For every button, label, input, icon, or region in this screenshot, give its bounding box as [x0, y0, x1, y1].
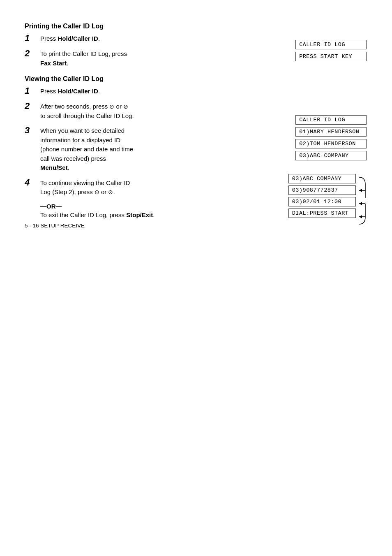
view-step-number-4: 4 [25, 177, 40, 188]
view-step-number-3: 3 [25, 125, 40, 136]
print-lcd-column: CALLER ID LOG PRESS START KEY [295, 40, 367, 61]
view-lcd-4: 03)ABC COMPANY [295, 151, 367, 160]
hold-caller-id-bold-2: Hold/Caller ID [58, 88, 98, 95]
detail-lcd-3: 03)02/01 12:00 [288, 197, 356, 206]
detail-lcd-1: 03)ABC COMPANY [288, 174, 356, 183]
view-lcd-3: 02)TOM HENDERSON [295, 139, 367, 148]
scroll-down-icon-2: ⊘ [108, 189, 113, 195]
stop-exit-bold: Stop/Exit [126, 211, 153, 218]
scroll-up-icon-1: ⊙ [109, 103, 114, 110]
footer-text: 5 - 16 SETUP RECEIVE [25, 222, 85, 229]
svg-marker-1 [359, 189, 362, 192]
detail-lcd-2: 03)9087772837 [288, 185, 356, 195]
step-number-1: 1 [25, 33, 40, 44]
svg-marker-3 [359, 202, 362, 205]
hold-caller-id-bold-1: Hold/Caller ID [58, 35, 98, 42]
fax-start-bold: Fax Start [40, 60, 67, 67]
menu-set-bold: Menu/Set [40, 164, 68, 171]
viewing-title: Viewing the Caller ID Log [25, 75, 367, 83]
view-step-1-content: Press Hold/Caller ID. [40, 87, 367, 96]
view-step-number-2: 2 [25, 101, 40, 111]
scroll-down-icon-1: ⊘ [123, 103, 128, 110]
print-lcd-2: PRESS START KEY [295, 52, 367, 61]
footer: 5 - 16 SETUP RECEIVE [25, 222, 85, 229]
detail-lcd-bracket-wrapper: 03)ABC COMPANY 03)9087772837 03)02/01 12… [288, 174, 369, 227]
view-lcd-top-column: CALLER ID LOG 01)MARY HENDERSON 02)TOM H… [295, 115, 367, 160]
scroll-up-icon-2: ⊙ [95, 189, 99, 195]
bracket-svg [357, 174, 369, 227]
detail-lcd-section: 03)ABC COMPANY 03)9087772837 03)02/01 12… [288, 174, 369, 227]
svg-marker-5 [359, 215, 362, 218]
view-lcd-1: CALLER ID LOG [295, 115, 367, 125]
printing-title: Printing the Caller ID Log [25, 23, 367, 30]
page: Printing the Caller ID Log 1 Press Hold/… [0, 0, 392, 243]
bracket-svg-wrapper [357, 174, 369, 227]
view-step-1: 1 Press Hold/Caller ID. [25, 87, 367, 96]
detail-lcd-boxes: 03)ABC COMPANY 03)9087772837 03)02/01 12… [288, 174, 356, 227]
detail-lcd-4: DIAL:PRESS START [288, 208, 356, 218]
step-number-2: 2 [25, 48, 40, 59]
print-lcd-1: CALLER ID LOG [295, 40, 367, 49]
view-step-number-1: 1 [25, 86, 40, 96]
view-lcd-2: 01)MARY HENDERSON [295, 127, 367, 137]
